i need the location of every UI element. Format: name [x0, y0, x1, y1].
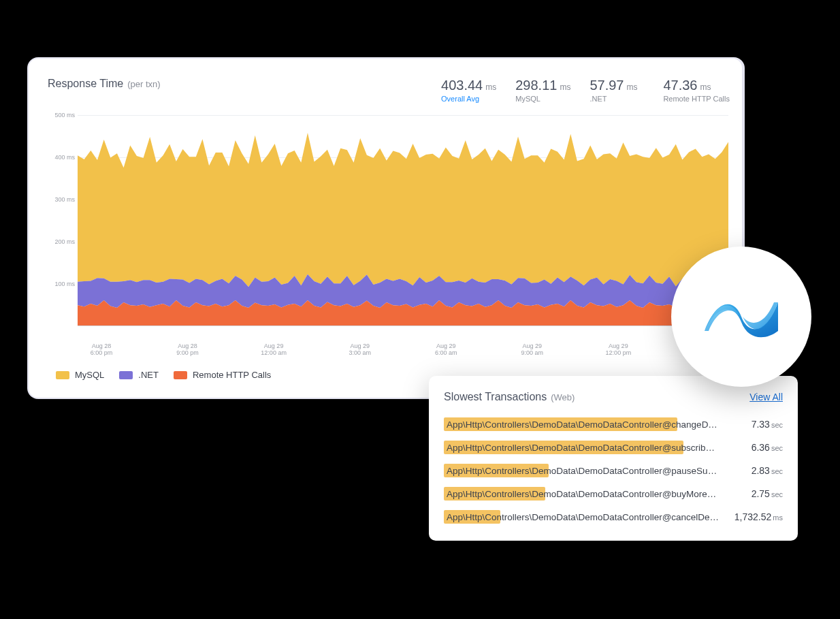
txn-name: App\Http\Controllers\DemoData\DemoDataCo…	[444, 512, 719, 522]
y-tick: 500 ms	[54, 112, 75, 118]
txn-name-wrap: App\Http\Controllers\DemoData\DemoDataCo…	[444, 509, 726, 524]
txn-name: App\Http\Controllers\DemoData\DemoDataCo…	[444, 489, 716, 499]
stat: 47.36msRemote HTTP Calls	[663, 78, 730, 103]
stat-label: Overall Avg	[441, 95, 496, 103]
y-tick: 400 ms	[54, 154, 75, 161]
txn-name-wrap: App\Http\Controllers\DemoData\DemoDataCo…	[444, 417, 743, 432]
x-tick: Aug 293:00 am	[336, 343, 384, 356]
txn-row[interactable]: App\Http\Controllers\DemoData\DemoDataCo…	[444, 459, 783, 482]
x-tick: Aug 296:00 am	[422, 343, 470, 356]
stat-unit: ms	[626, 82, 637, 92]
card-header: Response Time (per txn) 403.44msOverall …	[48, 78, 730, 103]
txn-subtitle: (Web)	[551, 392, 575, 402]
legend-label: .NET	[138, 370, 159, 380]
card-subtitle: (per txn)	[127, 79, 160, 89]
stat-unit: ms	[700, 82, 711, 92]
x-tick: Aug 286:00 pm	[78, 343, 125, 356]
legend-swatch	[119, 371, 133, 379]
x-tick: Aug 2912:00 pm	[594, 343, 642, 356]
x-axis: Aug 286:00 pmAug 289:00 pmAug 2912:00 am…	[78, 343, 728, 356]
stat-label: MySQL	[515, 95, 570, 103]
txn-row[interactable]: App\Http\Controllers\DemoData\DemoDataCo…	[444, 505, 783, 528]
x-tick: Aug 2912:00 am	[250, 343, 297, 356]
stat-value: 47.36	[663, 78, 697, 93]
stat-value: 298.11	[515, 78, 557, 93]
txn-name-wrap: App\Http\Controllers\DemoData\DemoDataCo…	[444, 463, 743, 478]
legend-item[interactable]: .NET	[119, 370, 159, 380]
txn-time: 2.83sec	[752, 465, 783, 476]
card-title: Response Time	[48, 78, 123, 90]
stacked-area-chart	[78, 115, 728, 326]
txn-name: App\Http\Controllers\DemoData\DemoDataCo…	[444, 466, 717, 476]
stat-value: 403.44	[441, 78, 483, 93]
legend-item[interactable]: MySQL	[56, 370, 104, 380]
legend-label: MySQL	[75, 370, 104, 380]
card-title-group: Response Time (per txn)	[48, 78, 161, 90]
plot-area	[78, 115, 728, 326]
txn-name-wrap: App\Http\Controllers\DemoData\DemoDataCo…	[444, 486, 743, 501]
txn-rows: App\Http\Controllers\DemoData\DemoDataCo…	[444, 413, 783, 528]
view-all-link[interactable]: View All	[749, 392, 783, 402]
x-tick: Aug 299:00 am	[508, 343, 556, 356]
txn-row[interactable]: App\Http\Controllers\DemoData\DemoDataCo…	[444, 436, 783, 459]
series-mysql	[78, 133, 728, 287]
stat: 57.97ms.NET	[589, 78, 644, 103]
legend-swatch	[56, 371, 69, 379]
stat-value: 57.97	[589, 78, 624, 93]
y-tick: 100 ms	[54, 281, 75, 287]
txn-name-wrap: App\Http\Controllers\DemoData\DemoDataCo…	[444, 440, 743, 455]
txn-name: App\Http\Controllers\DemoData\DemoDataCo…	[444, 443, 715, 453]
stat-unit: ms	[485, 82, 496, 92]
dotnet-logo-badge	[671, 247, 811, 387]
legend-label: Remote HTTP Calls	[193, 370, 271, 380]
response-time-card: Response Time (per txn) 403.44msOverall …	[29, 59, 742, 398]
y-axis: 500 ms400 ms300 ms200 ms100 ms	[48, 115, 78, 340]
stat: 298.11msMySQL	[515, 78, 570, 103]
stats-row: 403.44msOverall Avg298.11msMySQL57.97ms.…	[441, 78, 730, 103]
slowest-transactions-card: Slowest Transactions (Web) View All App\…	[429, 376, 798, 541]
txn-time: 6.36sec	[752, 442, 783, 453]
stat: 403.44msOverall Avg	[441, 78, 496, 103]
txn-time: 2.75sec	[752, 488, 783, 499]
stat-unit: ms	[560, 82, 570, 92]
stat-label: Remote HTTP Calls	[663, 95, 730, 103]
dotnet-logo-icon	[700, 293, 782, 340]
txn-row[interactable]: App\Http\Controllers\DemoData\DemoDataCo…	[444, 413, 783, 436]
txn-name: App\Http\Controllers\DemoData\DemoDataCo…	[444, 419, 717, 430]
y-tick: 200 ms	[54, 238, 75, 245]
txn-header: Slowest Transactions (Web) View All	[444, 391, 783, 403]
y-tick: 300 ms	[54, 196, 75, 203]
chart-area: 500 ms400 ms300 ms200 ms100 ms Aug 286:0…	[48, 115, 728, 340]
legend-swatch	[174, 371, 187, 379]
legend-item[interactable]: Remote HTTP Calls	[174, 370, 271, 380]
txn-title: Slowest Transactions	[444, 391, 547, 403]
txn-time: 1,732.52ms	[734, 511, 783, 522]
x-tick: Aug 289:00 pm	[164, 343, 212, 356]
txn-time: 7.33sec	[752, 419, 783, 430]
txn-row[interactable]: App\Http\Controllers\DemoData\DemoDataCo…	[444, 482, 783, 505]
stat-label: .NET	[589, 95, 644, 103]
